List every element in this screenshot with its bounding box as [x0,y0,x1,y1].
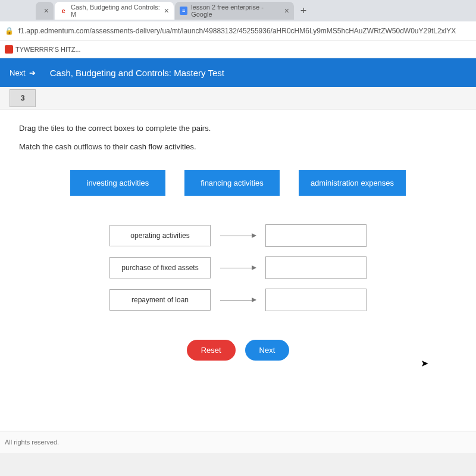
next-button[interactable]: Next [245,340,290,361]
tab-label: Cash, Budgeting and Controls: M [71,4,161,18]
close-icon[interactable]: × [284,6,289,15]
question-content: Drag the tiles to the correct boxes to c… [0,109,476,431]
pair-label-fixed-assets: purchase of fixed assets [109,257,211,278]
tile-investing[interactable]: investing activities [70,170,165,196]
arrow-icon [220,236,256,236]
address-bar: 🔒 f1.app.edmentum.com/assessments-delive… [0,21,476,40]
pair-row: purchase of fixed assets [109,256,367,279]
close-icon[interactable]: × [164,6,169,15]
nav-next-button[interactable]: Next ➔ [10,68,36,77]
tile-admin[interactable]: administration expenses [299,170,406,196]
pairs-area: operating activities purchase of fixed a… [19,224,457,311]
tab-edmentum[interactable]: e Cash, Budgeting and Controls: M × [55,2,174,20]
lock-icon: 🔒 [5,27,14,35]
bookmark-icon [5,45,13,54]
footer: All rights reserved. [0,431,476,453]
browser-tabs: × e Cash, Budgeting and Controls: M × ≡ … [0,0,476,21]
drop-zone[interactable] [265,224,367,247]
new-tab-button[interactable]: + [295,2,312,19]
nav-label: Next [10,68,26,77]
page-title: Cash, Budgeting and Controls: Mastery Te… [50,68,224,78]
pair-label-operating: operating activities [109,225,211,246]
action-row: Reset Next [19,340,457,361]
reset-button[interactable]: Reset [187,340,236,361]
tile-financing[interactable]: financing activities [184,170,280,196]
tab-label: lesson 2 free enterprise - Google [191,4,281,18]
arrow-icon [220,300,256,300]
bookmarks-bar: TYWERRRR'S HITZ... [0,40,476,58]
drop-zone[interactable] [265,289,367,311]
drop-zone[interactable] [265,256,367,279]
cursor-icon: ➤ [421,358,428,369]
bookmark-label: TYWERRRR'S HITZ... [15,46,81,53]
instruction-primary: Drag the tiles to the correct boxes to c… [19,124,457,133]
pair-row: operating activities [109,224,367,247]
pair-label-loan: repayment of loan [109,289,211,311]
question-number-tab[interactable]: 3 [10,89,36,107]
url-text[interactable]: f1.app.edmentum.com/assessments-delivery… [18,27,471,35]
app-header: Next ➔ Cash, Budgeting and Controls: Mas… [0,58,476,87]
close-icon[interactable]: × [44,6,49,15]
arrow-right-icon: ➔ [29,68,36,77]
bookmark-item[interactable]: TYWERRRR'S HITZ... [5,45,81,54]
arrow-icon [220,268,256,268]
tab-inactive[interactable]: × [36,2,54,20]
edmentum-icon: e [60,7,67,15]
pair-row: repayment of loan [109,289,367,311]
question-bar: 3 [0,87,476,109]
tiles-row: investing activities financing activitie… [19,170,457,196]
instruction-secondary: Match the cash outflows to their cash fl… [19,142,457,151]
tab-google[interactable]: ≡ lesson 2 free enterprise - Google × [175,2,294,20]
google-docs-icon: ≡ [180,7,187,15]
